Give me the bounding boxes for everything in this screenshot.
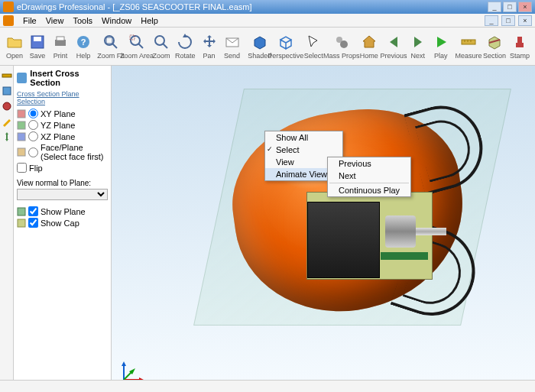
ctx-select[interactable]: ✓Select bbox=[265, 144, 342, 156]
flip-checkbox[interactable]: Flip bbox=[17, 163, 108, 173]
rotate-button[interactable]: Rotate bbox=[173, 29, 198, 64]
zoom-button[interactable]: Zoom bbox=[150, 29, 173, 64]
menu-file[interactable]: File bbox=[18, 15, 41, 27]
open-button[interactable]: Open bbox=[3, 29, 26, 64]
cross-section-panel: Insert Cross Section Cross Section Plane… bbox=[14, 66, 112, 392]
plane-radio-0[interactable]: XY Plane bbox=[17, 109, 108, 118]
svg-text:?: ? bbox=[81, 37, 86, 47]
menu-tools[interactable]: Tools bbox=[68, 15, 97, 27]
svg-rect-36 bbox=[18, 219, 25, 227]
ctx-sub-continuous-play[interactable]: Continuous Play bbox=[328, 184, 410, 196]
plane-axis-icon bbox=[17, 132, 26, 141]
zoom-area-button[interactable]: Zoom Area bbox=[124, 29, 150, 64]
home-button[interactable]: Home bbox=[358, 29, 381, 64]
toolbar-label: Mass Props bbox=[323, 53, 360, 60]
persp-icon bbox=[277, 33, 295, 51]
toolbar-label: Play bbox=[434, 53, 448, 60]
printer-icon bbox=[51, 33, 70, 51]
shaded-icon bbox=[251, 33, 269, 51]
next-button[interactable]: Next bbox=[407, 29, 430, 64]
send-icon bbox=[223, 33, 242, 51]
svg-rect-28 bbox=[2, 74, 11, 77]
plane-radio-1[interactable]: YZ Plane bbox=[17, 120, 108, 130]
svg-marker-38 bbox=[122, 361, 126, 366]
toolbar-label: Save bbox=[30, 53, 46, 60]
mass-props-button[interactable]: Mass Props bbox=[329, 29, 355, 64]
help-button[interactable]: ?Help bbox=[72, 29, 95, 64]
plane-select[interactable] bbox=[17, 189, 108, 200]
menu-view[interactable]: View bbox=[41, 15, 69, 27]
ctx-show-all[interactable]: Show All bbox=[265, 131, 342, 144]
left-toolbar bbox=[0, 66, 14, 392]
viewport-3d[interactable]: Show All✓SelectViewAnimate Views Previou… bbox=[112, 66, 535, 392]
folder-icon bbox=[5, 33, 24, 51]
perspective-button[interactable]: Perspective bbox=[273, 29, 299, 64]
toolbar-label: Select bbox=[304, 53, 323, 60]
maximize-button[interactable]: □ bbox=[503, 2, 517, 12]
plane-axis-icon bbox=[17, 121, 26, 130]
show-cap-row[interactable]: Show Cap bbox=[17, 218, 108, 228]
measure-tool-icon[interactable] bbox=[2, 70, 12, 81]
stamp-button[interactable]: Stamp bbox=[507, 29, 532, 64]
toolbar-label: Section bbox=[483, 53, 506, 60]
markup-tool-icon[interactable] bbox=[2, 116, 12, 127]
close-button[interactable]: × bbox=[518, 2, 532, 12]
measure-button[interactable]: Measure bbox=[456, 29, 481, 64]
svg-point-30 bbox=[3, 102, 11, 110]
plane-radio-2[interactable]: XZ Plane bbox=[17, 131, 108, 141]
section-tool-icon[interactable] bbox=[2, 86, 12, 96]
svg-rect-8 bbox=[106, 37, 112, 44]
pan-button[interactable]: Pan bbox=[198, 29, 221, 64]
svg-line-7 bbox=[112, 44, 117, 48]
toolbar-label: Stamp bbox=[510, 53, 530, 60]
menubar: FileViewToolsWindowHelp _ □ × bbox=[0, 14, 535, 28]
toolbar-label: Open bbox=[6, 53, 23, 60]
move-tool-icon[interactable] bbox=[2, 131, 12, 142]
save-button[interactable]: Save bbox=[26, 29, 49, 64]
section-icon bbox=[485, 33, 504, 51]
window-title: eDrawings Professional - [_ZS06 SEASCOOT… bbox=[17, 2, 486, 11]
previous-button[interactable]: Previous bbox=[381, 29, 407, 64]
plane-radio-label: Face/Plane (Select face first) bbox=[41, 143, 108, 161]
zoomarea-icon bbox=[128, 33, 146, 51]
show-cap-check[interactable] bbox=[28, 218, 38, 228]
plane-radio-input[interactable] bbox=[28, 147, 38, 157]
show-plane-check[interactable] bbox=[28, 206, 38, 216]
motor bbox=[385, 215, 416, 248]
show-plane-row[interactable]: Show Plane bbox=[17, 206, 108, 216]
plane-radio-3[interactable]: Face/Plane (Select face first) bbox=[17, 143, 108, 161]
menu-window[interactable]: Window bbox=[97, 15, 136, 27]
menu-help[interactable]: Help bbox=[136, 15, 163, 27]
toolbar-label: Measure bbox=[455, 53, 481, 60]
toolbar-label: Zoom Area bbox=[120, 53, 154, 60]
next-icon bbox=[409, 33, 427, 51]
doc-maximize-button[interactable]: □ bbox=[501, 15, 515, 26]
select-button[interactable]: Select bbox=[302, 29, 326, 64]
pcb bbox=[381, 252, 428, 260]
doc-close-button[interactable]: × bbox=[518, 15, 532, 26]
section-button[interactable]: Section bbox=[481, 29, 507, 64]
cross-section-icon bbox=[17, 73, 27, 83]
flip-check-input[interactable] bbox=[17, 163, 27, 173]
toolbar-label: Zoom bbox=[153, 53, 170, 60]
minimize-button[interactable]: _ bbox=[488, 2, 501, 12]
send-button[interactable]: Send bbox=[221, 29, 244, 64]
panel-title: Insert Cross Section bbox=[30, 69, 108, 87]
plane-radio-input[interactable] bbox=[28, 120, 38, 130]
disk-icon bbox=[28, 33, 47, 51]
toolbar-label: Next bbox=[411, 53, 426, 60]
doc-minimize-button[interactable]: _ bbox=[485, 15, 498, 26]
normal-label: View normal to Plane: bbox=[17, 179, 108, 187]
ctx-sub-previous[interactable]: Previous bbox=[328, 157, 410, 170]
mass-icon bbox=[332, 33, 351, 51]
status-bar bbox=[0, 380, 535, 392]
stamp-icon bbox=[511, 33, 529, 51]
stamp-tool-icon[interactable] bbox=[2, 101, 12, 112]
plane-radio-input[interactable] bbox=[28, 131, 38, 141]
play-button[interactable]: Play bbox=[430, 29, 452, 64]
plane-radio-input[interactable] bbox=[28, 109, 38, 118]
show-cap-label: Show Cap bbox=[41, 219, 79, 228]
cutaway-interior bbox=[306, 192, 433, 280]
ctx-sub-next[interactable]: Next bbox=[328, 170, 410, 182]
print-button[interactable]: Print bbox=[49, 29, 72, 64]
